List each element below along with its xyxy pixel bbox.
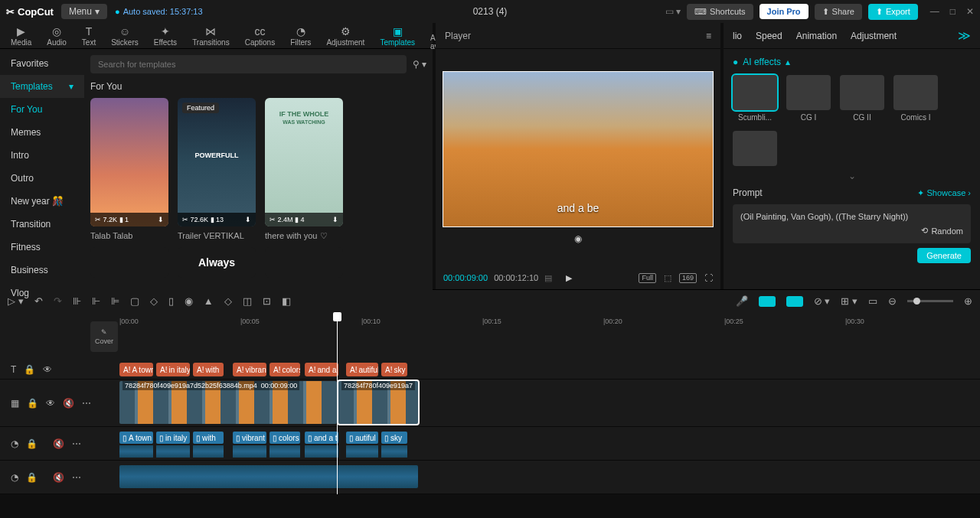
- cover-button[interactable]: ✎Cover: [90, 321, 118, 352]
- list-icon[interactable]: ▤: [544, 273, 552, 283]
- split3-icon[interactable]: ⊫: [111, 295, 119, 307]
- toggle2[interactable]: [786, 296, 803, 307]
- fx-extra[interactable]: [733, 131, 777, 166]
- mic-icon[interactable]: 🎤: [736, 295, 748, 307]
- lock-icon[interactable]: 🔒: [24, 364, 35, 375]
- rotate-icon[interactable]: ◇: [224, 295, 232, 307]
- audio-clip[interactable]: ▯ autiful: [346, 432, 378, 444]
- template-card[interactable]: ✂ 7.2K ▮ 1⬇ Talab Talab: [90, 98, 168, 241]
- link-icon[interactable]: ⊘ ▾: [814, 295, 831, 307]
- eye-icon[interactable]: 👁: [46, 398, 55, 409]
- caption-clip[interactable]: A! vibrant: [233, 363, 266, 376]
- join-pro-button[interactable]: Join Pro: [760, 4, 808, 19]
- video-clip[interactable]: 78284f780f409e919a7d52b25f63884b.mp4 00:…: [119, 381, 337, 424]
- template-thumb[interactable]: [265, 247, 343, 278]
- layout-icon[interactable]: ▭ ▾: [665, 6, 681, 17]
- eye-icon[interactable]: 👁: [43, 364, 52, 375]
- tab-effects[interactable]: ✦Effects: [148, 24, 183, 48]
- tab-filters[interactable]: ◔Filters: [284, 24, 317, 48]
- minimize-icon[interactable]: —: [930, 6, 939, 17]
- more-icon[interactable]: ≫: [958, 28, 971, 43]
- tab-animation[interactable]: Animation: [796, 31, 837, 41]
- generate-button[interactable]: Generate: [917, 248, 971, 263]
- audio-clip[interactable]: ▯ A town: [119, 432, 153, 444]
- t5-icon[interactable]: ⊞ ▾: [841, 295, 858, 307]
- sidebar-outro[interactable]: Outro: [0, 167, 84, 190]
- tab-transitions[interactable]: ⋈Transitions: [186, 24, 236, 48]
- more-icon[interactable]: ⋯: [72, 472, 81, 483]
- lock-icon[interactable]: 🔒: [27, 398, 38, 409]
- audio-clip[interactable]: ▯ with: [193, 432, 224, 444]
- audio-clip[interactable]: ▯ in italy: [156, 432, 190, 444]
- tool3-icon[interactable]: ⊡: [263, 295, 271, 307]
- sidebar-business[interactable]: Business: [0, 259, 84, 282]
- caption-clip[interactable]: A! in italy: [156, 363, 190, 376]
- share-button[interactable]: ⬆ Share: [815, 4, 862, 20]
- tab-text[interactable]: TText: [76, 24, 102, 48]
- export-button[interactable]: ⬆ Export: [868, 4, 918, 20]
- close-icon[interactable]: ✕: [966, 6, 974, 17]
- audio-clip[interactable]: ▯ colors: [270, 432, 300, 444]
- lock-icon[interactable]: 🔒: [26, 472, 38, 483]
- pointer-icon[interactable]: ▷ ▾: [8, 295, 24, 307]
- audio-clip[interactable]: ▯ vibrant: [233, 432, 266, 444]
- crop-icon[interactable]: ⬚: [664, 273, 671, 283]
- ratio-button[interactable]: 169: [679, 273, 697, 283]
- menu-button[interactable]: Menu ▾: [61, 4, 107, 19]
- split-icon[interactable]: ⊪: [73, 295, 81, 307]
- audio-clip[interactable]: ▯ sky: [381, 432, 407, 444]
- more-icon[interactable]: ⋯: [72, 438, 81, 449]
- mirror-icon[interactable]: ▲: [204, 295, 214, 307]
- tab-speed[interactable]: Speed: [756, 31, 782, 41]
- template-card[interactable]: Featured POWERFULL ✂ 72.6K ▮ 13⬇ Trailer…: [178, 98, 256, 241]
- sidebar-templates[interactable]: Templates▾: [0, 75, 84, 98]
- sidebar-transition[interactable]: Transition: [0, 213, 84, 236]
- undo-icon[interactable]: ↶: [34, 295, 43, 307]
- video-preview[interactable]: and a be: [443, 71, 714, 227]
- fx-cg2[interactable]: CG II: [840, 75, 884, 122]
- snapshot-icon[interactable]: ◉: [574, 233, 582, 244]
- sidebar-newyear[interactable]: New year 🎊: [0, 190, 84, 213]
- caption-clip[interactable]: A! colors: [270, 363, 300, 376]
- tab-templates[interactable]: ▣Templates: [374, 24, 421, 48]
- fx-comics[interactable]: Comics I: [893, 75, 938, 122]
- template-thumb[interactable]: [90, 247, 168, 278]
- sidebar-fitness[interactable]: Fitness: [0, 236, 84, 259]
- tab-captions[interactable]: ccCaptions: [239, 24, 281, 48]
- expand-icon[interactable]: ⌄: [733, 171, 971, 181]
- tab-audio[interactable]: ◎Audio: [41, 24, 73, 48]
- tab-media[interactable]: ▶Media: [5, 24, 38, 48]
- maximize-icon[interactable]: □: [950, 6, 956, 17]
- caption-clip[interactable]: A! autiful: [346, 363, 378, 376]
- full-button[interactable]: Full: [639, 273, 656, 283]
- tab-lio[interactable]: lio: [733, 31, 742, 41]
- tab-adjustment[interactable]: ⚙Adjustment: [320, 24, 371, 48]
- random-button[interactable]: ⟲ Random: [921, 226, 963, 236]
- sidebar-foryou[interactable]: For You: [0, 98, 84, 121]
- fx-cg1[interactable]: CG I: [786, 75, 831, 122]
- mute-icon[interactable]: 🔇: [63, 398, 74, 409]
- lock-icon[interactable]: 🔒: [26, 438, 38, 449]
- caption-clip[interactable]: A! with: [193, 363, 224, 376]
- caption-clip[interactable]: A! sky: [381, 363, 407, 376]
- split2-icon[interactable]: ⊩: [92, 295, 100, 307]
- sidebar-memes[interactable]: Memes: [0, 121, 84, 144]
- marker-icon[interactable]: ◇: [150, 295, 158, 307]
- audio-clip[interactable]: ▯ and a t: [305, 432, 338, 444]
- zoomout-icon[interactable]: ⊖: [888, 295, 897, 307]
- mute-icon[interactable]: 🔇: [53, 438, 64, 449]
- redo-icon[interactable]: ↷: [54, 295, 62, 307]
- video-clip-selected[interactable]: 78284f780f409e919a7: [338, 381, 418, 424]
- tool2-icon[interactable]: ◉: [185, 295, 193, 307]
- crop-icon[interactable]: ◫: [243, 295, 252, 307]
- zoomin-icon[interactable]: ⊕: [964, 295, 972, 307]
- time-ruler[interactable]: |00:00 |00:05 |00:10 |00:15 |00:20 |00:2…: [0, 314, 980, 329]
- zoom-slider[interactable]: [907, 300, 953, 302]
- caption-clip[interactable]: A! and a t: [305, 363, 338, 376]
- playhead[interactable]: [337, 314, 338, 494]
- fullscreen-icon[interactable]: ⛶: [704, 273, 713, 283]
- template-thumb[interactable]: Always: [178, 247, 256, 278]
- prompt-input[interactable]: (Oil Painting, Van Gogh), ((The Starry N…: [733, 204, 971, 243]
- tool4-icon[interactable]: ◧: [282, 295, 291, 307]
- template-card[interactable]: IF THE WHOLE WAS WATCHING ✂ 2.4M ▮ 4⬇ th…: [265, 98, 343, 241]
